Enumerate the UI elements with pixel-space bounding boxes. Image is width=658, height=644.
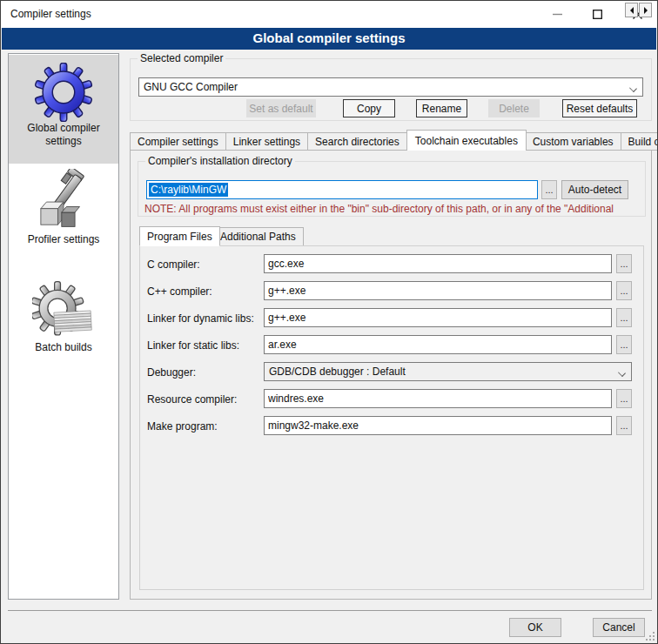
set-as-default-button: Set as default [246, 99, 316, 117]
installation-directory-group-label: Compiler's installation directory [145, 155, 295, 167]
tab-compiler-settings[interactable]: Compiler settings [130, 132, 226, 151]
delete-button: Delete [488, 99, 540, 117]
linker-static-input[interactable] [264, 335, 612, 354]
minimize-button[interactable] [537, 1, 577, 27]
auto-detect-button[interactable]: Auto-detect [561, 180, 628, 199]
rename-button[interactable]: Rename [416, 99, 467, 117]
maximize-icon [593, 10, 602, 19]
selected-compiler-combo[interactable]: GNU GCC Compiler [138, 77, 643, 97]
sidebar-listbox[interactable]: Global compiler settings [8, 53, 119, 600]
resize-grip[interactable] [646, 632, 655, 641]
installation-directory-input[interactable]: C:\raylib\MinGW [146, 180, 538, 199]
linker-dynamic-label: Linker for dynamic libs: [147, 312, 254, 325]
minimize-icon [553, 10, 562, 19]
make-program-browse-button[interactable]: ... [616, 416, 632, 435]
blue-gear-icon [34, 63, 93, 122]
c-compiler-label: C compiler: [147, 258, 200, 271]
tab-search-directories[interactable]: Search directories [308, 132, 407, 151]
tab-custom-variables[interactable]: Custom variables [526, 132, 621, 151]
ok-button[interactable]: OK [509, 618, 561, 637]
installation-directory-browse-button[interactable]: ... [541, 180, 557, 199]
cpp-compiler-browse-button[interactable]: ... [616, 281, 632, 300]
chevron-down-icon [630, 85, 636, 91]
titlebar[interactable]: Compiler settings [1, 1, 657, 28]
cpp-compiler-label: C++ compiler: [147, 285, 212, 298]
linker-static-label: Linker for static libs: [147, 339, 239, 352]
debugger-value: GDB/CDB debugger : Default [269, 366, 406, 378]
make-program-label: Make program: [147, 420, 218, 433]
page-title: Global compiler settings [2, 28, 656, 50]
window-title: Compiler settings [10, 8, 91, 20]
debugger-combo[interactable]: GDB/CDB debugger : Default [264, 362, 632, 381]
selected-compiler-group-label: Selected compiler [138, 52, 225, 64]
linker-dynamic-browse-button[interactable]: ... [616, 308, 632, 327]
reset-defaults-button[interactable]: Reset defaults [562, 99, 637, 117]
compiler-settings-window: Compiler settings Global compiler settin… [0, 0, 658, 644]
sidebar-item-profiler-settings[interactable]: Profiler settings [9, 164, 118, 272]
c-compiler-input[interactable] [264, 254, 612, 273]
toolchain-executables-panel: Compiler's installation directory C:\ray… [130, 150, 652, 600]
cancel-button[interactable]: Cancel [593, 618, 645, 637]
tab-build-options[interactable]: Build options [621, 132, 658, 151]
tab-scroll-left-button[interactable] [625, 3, 638, 17]
sidebar-item-global-compiler-settings[interactable]: Global compiler settings [9, 55, 118, 164]
resource-compiler-input[interactable] [264, 389, 612, 408]
tab-toolchain-executables[interactable]: Toolchain executables [406, 130, 527, 151]
bin-subdirectory-note: NOTE: All programs must exist either in … [144, 203, 646, 215]
copy-button[interactable]: Copy [343, 99, 395, 117]
linker-dynamic-input[interactable] [264, 308, 612, 327]
c-compiler-browse-button[interactable]: ... [616, 254, 632, 273]
sidebar-item-label: Global compiler settings [9, 122, 118, 148]
settings-tabstrip: Compiler settings Linker settings Search… [130, 131, 658, 151]
sidebar-item-label: Batch builds [9, 341, 118, 354]
batch-builds-icon [32, 280, 95, 341]
subtab-program-files[interactable]: Program Files [139, 226, 220, 246]
chevron-down-icon [619, 370, 625, 376]
footer-divider [8, 610, 652, 611]
subtab-additional-paths[interactable]: Additional Paths [212, 227, 304, 246]
installation-directory-value: C:\raylib\MinGW [149, 183, 228, 197]
tab-scroll-right-button[interactable] [639, 3, 652, 17]
sidebar-item-batch-builds[interactable]: Batch builds [9, 272, 118, 379]
debugger-label: Debugger: [147, 366, 196, 379]
caliper-icon [33, 169, 94, 233]
arrow-left-icon [630, 7, 634, 14]
selected-compiler-value: GNU GCC Compiler [144, 81, 238, 93]
sidebar-item-label: Profiler settings [9, 233, 118, 246]
program-files-panel: C compiler: ... C++ compiler: ... Linker… [139, 245, 644, 590]
linker-static-browse-button[interactable]: ... [616, 335, 632, 354]
cpp-compiler-input[interactable] [264, 281, 612, 300]
resource-compiler-label: Resource compiler: [147, 393, 237, 406]
resource-compiler-browse-button[interactable]: ... [616, 389, 632, 408]
make-program-input[interactable] [264, 416, 612, 435]
maximize-button[interactable] [577, 1, 617, 27]
tab-linker-settings[interactable]: Linker settings [226, 132, 308, 151]
arrow-right-icon [644, 7, 648, 14]
